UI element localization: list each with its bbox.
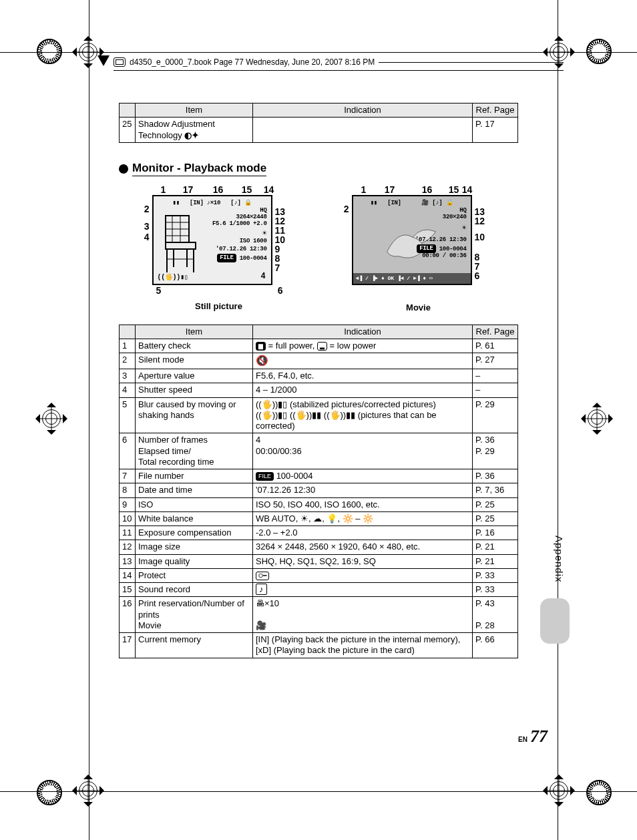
- cell-num: 1: [120, 339, 136, 353]
- protect-icon: O━: [256, 572, 269, 580]
- cell-indication: ▆ = full power, ▂ = low power: [253, 339, 473, 353]
- cell-num: 14: [120, 568, 136, 582]
- cell-ref: P. 61: [473, 339, 518, 353]
- table-row: 2Silent mode🔇P. 27: [120, 353, 518, 369]
- cell-num: 4: [120, 383, 136, 397]
- cell-ref: P. 66: [473, 633, 518, 658]
- th-item: Item: [136, 103, 253, 118]
- lcd-screen-movie: ▮▮ [IN] 🎥 [♪] 🔒 HQ 320×240 ☀ '07.12.26 1…: [352, 195, 472, 285]
- cell-indication: O━: [253, 568, 473, 582]
- wb-cloudy-icon: ☁: [313, 513, 322, 523]
- cell-indication: 3264 × 2448, 2560 × 1920, 640 × 480, etc…: [253, 540, 473, 554]
- cell-indication: [IN] (Playing back the picture in the in…: [253, 633, 473, 658]
- cell-item: Image quality: [136, 554, 253, 568]
- cell-item: File number: [136, 469, 253, 483]
- cell-indication: 🔇: [253, 353, 473, 369]
- bookmark-icon: [97, 55, 110, 66]
- table-row: 5Blur caused by moving or shaking hands(…: [120, 397, 518, 433]
- th-blank: [120, 103, 136, 118]
- osd-line: '07.12.26 12:30: [154, 246, 271, 252]
- osd-line: HQ: [353, 207, 471, 214]
- crop-line: [558, 0, 558, 840]
- top-continuation-table: Item Indication Ref. Page 25 Shadow Adju…: [119, 103, 518, 143]
- battery-low-icon: ▂: [317, 342, 327, 351]
- table-row: 15Sound record♪P. 33: [120, 583, 518, 597]
- movie-mode-icon: 🎥: [421, 200, 429, 206]
- footer-lang: EN: [518, 736, 527, 743]
- table-row: 9ISOISO 50, ISO 400, ISO 1600, etc.P. 25: [120, 497, 518, 511]
- cell-item: Sound record: [136, 583, 253, 597]
- cell-num: 9: [120, 497, 136, 511]
- cell-item: Print reservation/Number of prints Movie: [136, 597, 253, 633]
- cell-item: Protect: [136, 568, 253, 582]
- th-ref: Ref. Page: [473, 103, 518, 118]
- stabilize-warn-icon: ((🖐))▮▯ ((🖐))▮▮ ((🖐))▮▮: [256, 410, 355, 420]
- osd-wb-icon: ☀: [353, 223, 471, 233]
- wb-fluorescent1-icon: 🔆: [343, 513, 353, 523]
- cell-num: 2: [120, 353, 136, 369]
- cell-ref: –: [473, 369, 518, 383]
- cell-num: 25: [120, 118, 136, 143]
- blur-icon: ((🖐))▮▯: [158, 273, 188, 281]
- callout-right-col: 13 12 10 8 7 6: [475, 195, 485, 285]
- cell-indication: WB AUTO, ☀, ☁, 💡, 🔆 – 🔆: [253, 511, 473, 526]
- table-row: 10White balanceWB AUTO, ☀, ☁, 💡, 🔆 – 🔆P.…: [120, 511, 518, 526]
- cell-indication: 4 00:00/00:36: [253, 433, 473, 469]
- sound-record-icon: [♪]: [432, 200, 442, 206]
- protect-icon: 🔒: [446, 200, 453, 206]
- playback-indicators-table: Item Indication Ref. Page 1Battery check…: [119, 325, 518, 658]
- table-row: 16Print reservation/Number of prints Mov…: [120, 597, 518, 633]
- lcd-screen-still: ▮▮ [IN] ♪×10 [♪] 🔒 HQ 3264×2448 F5.6 1/1…: [152, 195, 272, 285]
- th-indication: Indication: [253, 103, 473, 118]
- table-row: 1Battery check▆ = full power, ▂ = low po…: [120, 339, 518, 353]
- cell-indication: [253, 118, 473, 143]
- cell-item: Silent mode: [136, 353, 253, 369]
- battery-full-icon: ▆: [256, 342, 266, 351]
- cell-ref: P. 25: [473, 497, 518, 511]
- cell-num: 7: [120, 469, 136, 483]
- cell-item: Shadow Adjustment Technology ◐✦: [136, 118, 253, 143]
- registration-mark-icon: [586, 780, 612, 805]
- cell-num: 5: [120, 397, 136, 433]
- cell-item-text: Shadow Adjustment Technology: [138, 119, 215, 140]
- cell-item: Image size: [136, 540, 253, 554]
- table-row: 13Image qualitySHQ, HQ, SQ1, SQ2, 16:9, …: [120, 554, 518, 568]
- battery-full-icon: ▮▮: [371, 200, 377, 206]
- callout-top-row: 1 17 16 15 14: [156, 184, 299, 195]
- osd-line: FILE FILE 100-0004 100-0004: [154, 254, 271, 262]
- header-text: d4350_e_0000_7.book Page 77 Wednesday, J…: [130, 57, 375, 67]
- th-ref: Ref. Page: [473, 325, 518, 339]
- osd-line: ▮▮ [IN] ♪×10 [♪] 🔒: [154, 199, 271, 206]
- cell-indication: 🖶×10🎥: [253, 597, 473, 633]
- th-indication: Indication: [253, 325, 473, 339]
- cell-ref: P. 33: [473, 568, 518, 582]
- cell-item: ISO: [136, 497, 253, 511]
- cell-num: 15: [120, 583, 136, 597]
- table-row: 14ProtectO━P. 33: [120, 568, 518, 582]
- cell-ref: P. 25: [473, 511, 518, 526]
- battery-full-icon: ▮▮: [173, 200, 180, 206]
- osd-line: 00:00 / 00:36: [353, 252, 471, 259]
- cell-ref: P. 29: [473, 397, 518, 433]
- table-row: 12Image size3264 × 2448, 2560 × 1920, 64…: [120, 540, 518, 554]
- cell-num: 16: [120, 597, 136, 633]
- diagram-label: Still picture: [139, 301, 299, 311]
- diagram-label: Movie: [339, 302, 499, 312]
- osd-line: ISO 1600: [154, 238, 271, 244]
- cell-ref: P. 43 P. 28: [473, 597, 518, 633]
- th-blank: [120, 325, 136, 339]
- cell-item: Battery check: [136, 339, 253, 353]
- cell-item: Blur caused by moving or shaking hands: [136, 397, 253, 433]
- th-item: Item: [136, 325, 253, 339]
- bullet-dot-icon: [119, 164, 128, 174]
- cell-item: Number of frames Elapsed time/ Total rec…: [136, 433, 253, 469]
- cell-num: 10: [120, 511, 136, 526]
- side-tab-pill: [540, 598, 570, 644]
- file-icon: FILE: [256, 472, 274, 481]
- cell-indication: 4 – 1/2000: [253, 383, 473, 397]
- cell-item: Shutter speed: [136, 383, 253, 397]
- table-row: 8Date and time'07.12.26 12:30P. 7, 36: [120, 483, 518, 497]
- cell-ref: P. 21: [473, 554, 518, 568]
- cell-indication: '07.12.26 12:30: [253, 483, 473, 497]
- osd-line: F5.6 1/1000 +2.0: [154, 220, 271, 227]
